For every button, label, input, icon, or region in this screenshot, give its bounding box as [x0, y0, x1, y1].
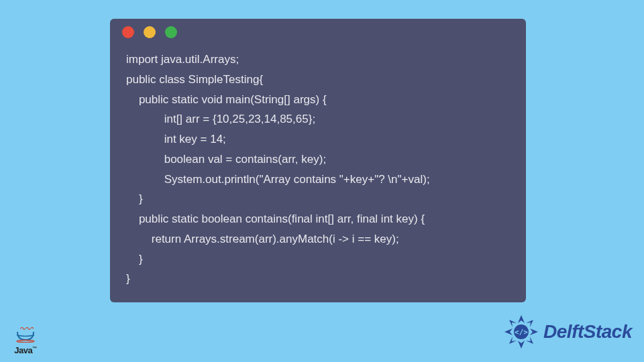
svg-marker-4 [504, 328, 513, 335]
delftstack-icon: </> [503, 314, 539, 350]
maximize-icon [165, 26, 177, 38]
svg-marker-3 [518, 341, 525, 349]
svg-marker-1 [518, 315, 525, 323]
delftstack-text: DelftStack [543, 321, 632, 343]
minimize-icon [144, 26, 156, 38]
svg-marker-8 [509, 320, 517, 327]
delftstack-logo: </> DelftStack [503, 314, 632, 350]
cup-icon [15, 330, 36, 343]
svg-marker-2 [530, 328, 538, 335]
svg-marker-6 [526, 337, 533, 344]
java-logo: 〰 Java™ [9, 325, 42, 355]
code-block: import java.util.Arrays; public class Si… [110, 46, 526, 289]
java-logo-text: Java™ [9, 345, 42, 355]
svg-marker-7 [509, 337, 517, 344]
window-titlebar [110, 19, 526, 46]
svg-text:</>: </> [515, 328, 528, 337]
code-window: import java.util.Arrays; public class Si… [110, 19, 526, 302]
close-icon [122, 26, 134, 38]
svg-marker-5 [526, 320, 533, 327]
svg-point-0 [17, 340, 34, 342]
